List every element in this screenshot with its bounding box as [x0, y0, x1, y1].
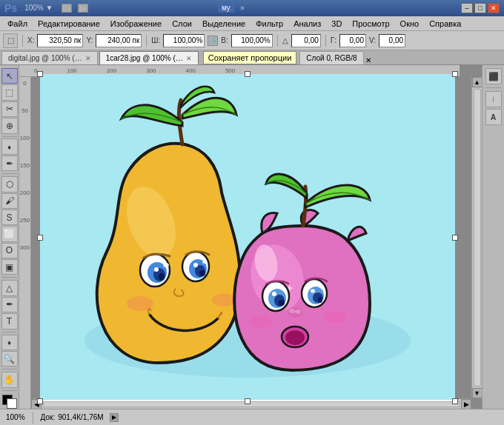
right-panel-sep-1: [486, 87, 501, 88]
right-panel-btn-3[interactable]: A: [485, 109, 502, 125]
tool-dodge[interactable]: △: [1, 280, 18, 295]
title-bar: Ps 100% ▼ ⬚ ▷ мy » – □ ✕: [0, 0, 504, 16]
menu-bar: Файл Редактирование Изображение Слои Выд…: [0, 16, 504, 31]
scroll-hthumb[interactable]: [43, 401, 460, 407]
tool-eyedropper[interactable]: ✒: [1, 155, 18, 171]
handle-tc[interactable]: [245, 71, 251, 77]
scroll-right-btn[interactable]: ▶: [461, 399, 471, 409]
h-label: В:: [221, 36, 228, 44]
tool-heal[interactable]: ⬡: [1, 176, 18, 192]
scrollbar-vertical[interactable]: ▲ ▼: [471, 77, 482, 398]
h-input[interactable]: [231, 34, 273, 47]
svg-point-34: [285, 330, 305, 345]
tool-lasso[interactable]: ✂: [1, 101, 18, 117]
y-label: Y:: [86, 36, 93, 44]
handle-mr[interactable]: [452, 235, 458, 241]
tool-eraser[interactable]: O: [1, 243, 18, 258]
tool-zoom[interactable]: 🔍: [1, 351, 18, 367]
svg-point-14: [202, 261, 207, 264]
handle-bc[interactable]: [245, 398, 251, 404]
tooltip-proportions: Сохраняет пропорции: [203, 51, 297, 64]
right-panel-btn-2[interactable]: i: [485, 91, 502, 107]
scroll-down-btn[interactable]: ▼: [472, 388, 483, 398]
tab-1car28[interactable]: 1car28.jpg @ 100% (… ✕: [99, 51, 199, 64]
zoom-status: 100%: [6, 413, 25, 421]
artwork-svg: ✦: [40, 74, 455, 400]
zoom-value: 100%: [6, 413, 25, 421]
menu-help[interactable]: Справка: [425, 18, 465, 30]
handle-tr[interactable]: [452, 71, 458, 77]
right-panel: ⬛ i A: [482, 65, 504, 409]
svg-point-7: [154, 267, 159, 272]
menu-file[interactable]: Файл: [3, 18, 32, 30]
doc-status: Док: 901,4К/1,76М: [41, 413, 104, 421]
handle-br[interactable]: [452, 398, 458, 404]
maximize-button[interactable]: □: [474, 3, 486, 13]
close-button[interactable]: ✕: [488, 3, 500, 13]
layer-close[interactable]: ✕: [365, 56, 371, 64]
separator-1: [22, 35, 23, 47]
menu-view[interactable]: Просмотр: [348, 18, 394, 30]
options-bar: ⬚ X: Y: Ш: 🔗 В: △ Г: V:: [0, 31, 504, 50]
svg-point-36: [324, 311, 346, 323]
tool-crop[interactable]: ⬧: [1, 138, 18, 154]
status-arrow[interactable]: ▶: [110, 413, 119, 422]
tool-magic-wand[interactable]: ⊕: [1, 118, 18, 133]
lock-proportions-icon[interactable]: 🔗: [208, 36, 218, 46]
tool-stamp[interactable]: S: [1, 210, 18, 225]
menu-3d[interactable]: 3D: [327, 18, 346, 30]
w-input[interactable]: [163, 34, 205, 47]
doc-value: 901,4К/1,76М: [58, 413, 103, 421]
svg-point-32: [295, 309, 301, 314]
minimize-button[interactable]: –: [461, 3, 473, 13]
tool-gradient[interactable]: ▣: [1, 259, 18, 275]
handle-ml[interactable]: [37, 235, 43, 241]
tool-hand[interactable]: ✋: [1, 372, 18, 387]
tool-text[interactable]: T: [1, 313, 18, 329]
transform-tool-icon: ⬚: [3, 33, 18, 48]
layer-info: Слой 0, RGB/8: [299, 51, 363, 64]
tab-digital[interactable]: digital.jpg @ 100% (… ✕: [1, 51, 98, 64]
menu-layers[interactable]: Слои: [168, 18, 196, 30]
handle-bl[interactable]: [37, 398, 43, 404]
toolbar-separator-5: [2, 369, 17, 369]
tool-brush[interactable]: 🖌: [1, 193, 18, 209]
handle-tl[interactable]: [37, 71, 43, 77]
tab-1car28-close[interactable]: ✕: [186, 55, 192, 62]
status-bar: 100% Док: 901,4К/1,76М ▶: [0, 409, 504, 425]
ps-logo: Ps: [4, 2, 17, 14]
rot-input[interactable]: [291, 34, 321, 47]
tab-digital-close[interactable]: ✕: [85, 55, 91, 62]
menu-analysis[interactable]: Анализ: [289, 18, 325, 30]
scroll-thumb[interactable]: [474, 89, 481, 386]
menu-select[interactable]: Выделение: [198, 18, 250, 30]
vskew-input[interactable]: [379, 34, 405, 47]
tool-pen[interactable]: ✒: [1, 297, 18, 312]
vskew-label: V:: [369, 36, 376, 44]
tool-move[interactable]: ↖: [1, 68, 18, 84]
title-bar-controls[interactable]: – □ ✕: [461, 3, 500, 13]
tool-shape[interactable]: ⬧: [1, 335, 18, 350]
scroll-up-btn[interactable]: ▲: [472, 77, 483, 87]
menu-filter[interactable]: Фильтр: [251, 18, 288, 30]
tab-digital-label: digital.jpg @ 100% (…: [8, 54, 82, 62]
toolbar-separator-6: [2, 390, 17, 391]
tool-history[interactable]: ⬜: [1, 226, 18, 241]
hskew-label: Г:: [331, 36, 336, 44]
y-input[interactable]: [96, 34, 142, 47]
menu-window[interactable]: Окно: [396, 18, 424, 30]
doc-label: Док:: [41, 413, 56, 421]
hskew-input[interactable]: [339, 34, 366, 47]
w-label: Ш:: [151, 36, 160, 44]
tab-row: digital.jpg @ 100% (… ✕ 1car28.jpg @ 100…: [0, 50, 504, 65]
menu-edit[interactable]: Редактирование: [33, 18, 105, 30]
foreground-color[interactable]: [2, 395, 17, 409]
tool-marquee[interactable]: ⬚: [1, 84, 18, 100]
main-area: ↖ ⬚ ✂ ⊕ ⬧ ✒ ⬡ 🖌 S ⬜ O ▣ △ ✒ T ⬧ 🔍 ✋ 0 1: [0, 65, 504, 409]
rot-label: △: [282, 36, 288, 44]
menu-image[interactable]: Изображение: [106, 18, 166, 30]
right-panel-btn-1[interactable]: ⬛: [485, 68, 502, 84]
x-input[interactable]: [37, 34, 83, 47]
x-label: X:: [27, 36, 34, 44]
svg-point-8: [163, 263, 169, 267]
